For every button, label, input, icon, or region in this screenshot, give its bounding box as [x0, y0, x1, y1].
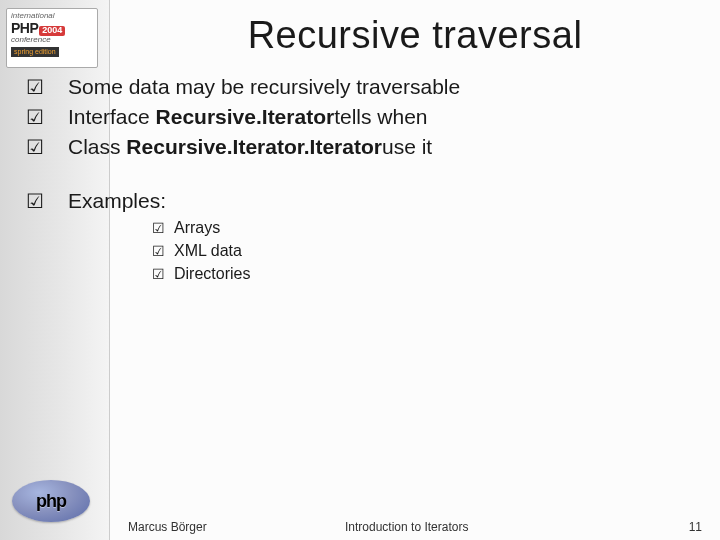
slide-title: Recursive traversal: [110, 0, 720, 67]
check-icon: ☑: [26, 103, 56, 131]
bullet-1-pre: Some data may be recursively traversable: [68, 75, 460, 98]
slide-body: ☑ Some data may be recursively traversab…: [110, 67, 720, 285]
php-logo-text: php: [36, 491, 66, 512]
check-icon: ☑: [152, 240, 174, 262]
slide-content: Recursive traversal ☑ Some data may be r…: [110, 0, 720, 540]
check-icon: ☑: [26, 73, 56, 101]
conference-logo: international PHP2004 conference spring …: [6, 8, 98, 68]
logo-php-row: PHP2004: [11, 21, 93, 36]
bullet-2-post: tells when: [334, 105, 427, 128]
check-icon: ☑: [152, 217, 174, 239]
footer-page-number: 11: [689, 520, 702, 534]
bullet-3-text: Class Recursive.Iterator.Iteratoruse it: [68, 133, 432, 161]
example-item-3: ☑ Directories: [152, 263, 710, 285]
check-icon: ☑: [26, 133, 56, 161]
bullet-3-pre: Class: [68, 135, 126, 158]
logo-conference: conference: [11, 36, 93, 45]
example-3-text: Directories: [174, 263, 250, 285]
bullet-1: ☑ Some data may be recursively traversab…: [110, 73, 710, 101]
footer: Marcus Börger Introduction to Iterators …: [0, 514, 720, 540]
logo-php: PHP: [11, 20, 38, 36]
bullet-3: ☑ Class Recursive.Iterator.Iteratoruse i…: [110, 133, 710, 161]
footer-topic: Introduction to Iterators: [345, 520, 468, 534]
check-icon: ☑: [152, 263, 174, 285]
bullet-2-bold: Recursive.Iterator: [156, 105, 335, 128]
bullet-2: ☑ Interface Recursive.Iteratortells when: [110, 103, 710, 131]
bullet-3-bold: Recursive.Iterator.Iterator: [126, 135, 382, 158]
logo-edition: spring edition: [11, 47, 59, 57]
check-icon: ☑: [26, 187, 56, 215]
bullet-2-pre: Interface: [68, 105, 156, 128]
examples-label: Examples:: [68, 187, 166, 215]
example-item-2: ☑ XML data: [152, 240, 710, 262]
example-item-1: ☑ Arrays: [152, 217, 710, 239]
bullet-3-post: use it: [382, 135, 432, 158]
bullet-1-text: Some data may be recursively traversable: [68, 73, 460, 101]
examples-list: ☑ Arrays ☑ XML data ☑ Directories: [152, 217, 710, 285]
footer-author: Marcus Börger: [128, 520, 207, 534]
bullet-examples: ☑ Examples:: [110, 187, 710, 215]
bullet-2-text: Interface Recursive.Iteratortells when: [68, 103, 428, 131]
example-1-text: Arrays: [174, 217, 220, 239]
example-2-text: XML data: [174, 240, 242, 262]
